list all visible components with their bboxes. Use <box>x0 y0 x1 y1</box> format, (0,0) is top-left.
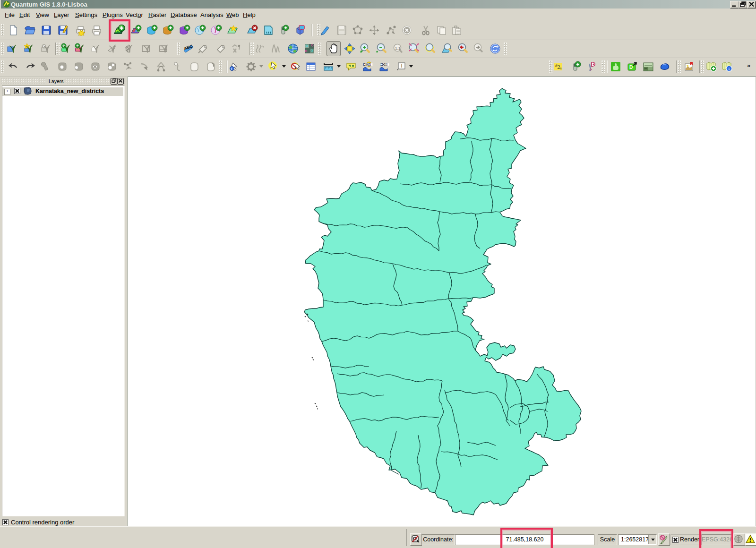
svg-text:T: T <box>400 63 403 68</box>
svg-text:1:1: 1:1 <box>395 46 401 51</box>
svg-text:i: i <box>231 67 232 71</box>
svg-text:HOME: HOME <box>380 63 389 66</box>
svg-text:D: D <box>629 65 633 70</box>
svg-text:HOME: HOME <box>364 63 373 66</box>
